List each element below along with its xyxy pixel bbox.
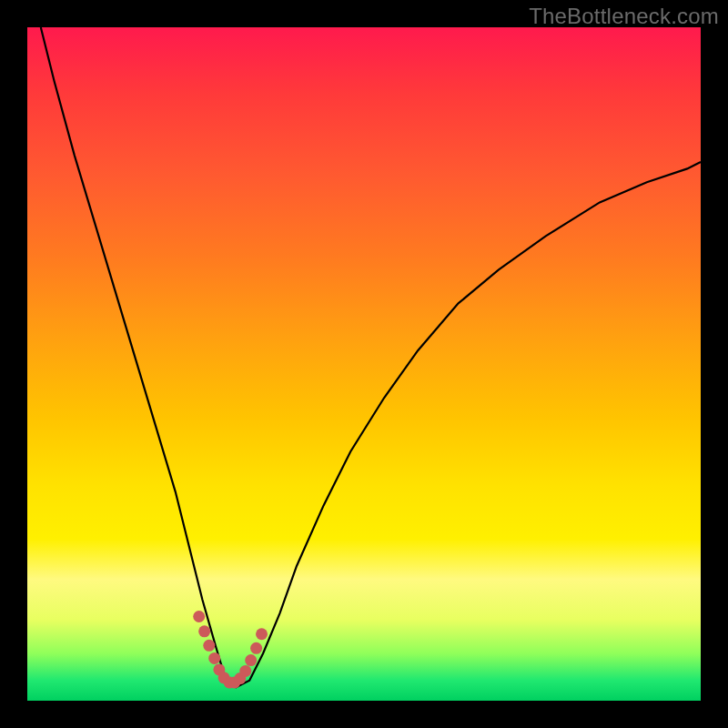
plot-area [27, 27, 701, 701]
watermark-text: TheBottleneck.com [529, 4, 719, 29]
gradient-background [27, 27, 701, 701]
chart-frame: TheBottleneck.com [0, 0, 728, 728]
